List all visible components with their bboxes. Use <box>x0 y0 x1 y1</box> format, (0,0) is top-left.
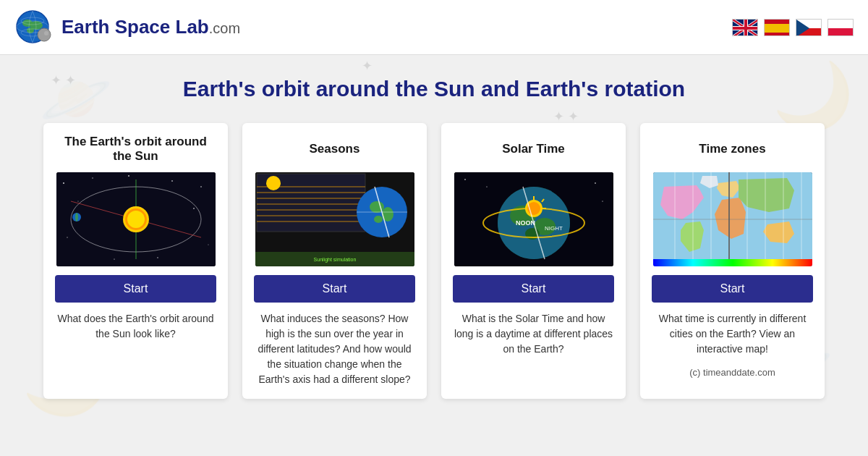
solar-illustration: NOON NIGHT <box>454 172 613 266</box>
svg-point-60 <box>595 182 596 184</box>
orbit-illustration <box>56 172 216 266</box>
card-seasons-description: What induces the seasons? How high is th… <box>254 311 415 387</box>
svg-point-7 <box>38 28 51 41</box>
svg-point-23 <box>171 180 173 182</box>
svg-point-54 <box>266 176 281 190</box>
svg-point-21 <box>92 177 93 179</box>
svg-point-24 <box>200 186 202 187</box>
page-title: Earth's orbit around the Sun and Earth's… <box>29 77 839 101</box>
svg-rect-13 <box>765 34 790 36</box>
svg-point-22 <box>128 175 129 177</box>
header: Earth Space Lab.com <box>0 0 868 55</box>
flag-gb[interactable] <box>732 19 758 36</box>
main-content: Earth's orbit around the Sun and Earth's… <box>0 55 868 421</box>
card-solar: Solar Time <box>441 123 626 399</box>
svg-point-61 <box>602 200 603 201</box>
logo-text: Earth Space Lab.com <box>61 16 240 38</box>
logo-area: Earth Space Lab.com <box>14 7 240 47</box>
flag-pl[interactable] <box>827 19 854 36</box>
svg-rect-18 <box>828 28 854 36</box>
svg-point-25 <box>77 200 78 201</box>
svg-point-8 <box>44 31 48 35</box>
card-orbit-title: The Earth's orbit around the Sun <box>55 135 216 164</box>
svg-text:Sunlight simulation: Sunlight simulation <box>313 257 356 263</box>
flags-container <box>732 19 854 36</box>
svg-point-29 <box>114 258 114 259</box>
card-orbit-image <box>56 172 216 266</box>
flag-cz[interactable] <box>796 19 822 36</box>
svg-point-59 <box>486 186 487 187</box>
card-solar-description: What is the Solar Time and how long is a… <box>453 311 614 357</box>
logo-globe-icon <box>14 7 54 47</box>
svg-rect-17 <box>828 20 854 28</box>
svg-point-58 <box>464 179 466 180</box>
card-seasons-image: Sunlight simulation <box>255 172 414 266</box>
svg-point-51 <box>374 216 383 223</box>
svg-point-38 <box>75 213 78 221</box>
card-solar-title: Solar Time <box>502 135 565 164</box>
card-orbit-start-button[interactable]: Start <box>55 275 216 303</box>
svg-text:NIGHT: NIGHT <box>545 225 563 232</box>
card-timezones-credit: (c) timeanddate.com <box>689 366 775 380</box>
cards-container: The Earth's orbit around the Sun <box>29 123 839 399</box>
svg-rect-95 <box>653 259 812 266</box>
svg-point-30 <box>157 257 158 258</box>
card-orbit-description: What does the Earth's orbit around the S… <box>55 311 216 342</box>
card-timezones-title: Time zones <box>699 135 765 164</box>
card-seasons: Seasons <box>242 123 427 399</box>
timezones-illustration <box>653 172 812 266</box>
card-seasons-start-button[interactable]: Start <box>254 275 415 303</box>
card-seasons-title: Seasons <box>310 135 360 164</box>
card-timezones-start-button[interactable]: Start <box>652 275 813 303</box>
svg-rect-11 <box>765 24 790 33</box>
svg-rect-12 <box>765 20 790 22</box>
seasons-illustration: Sunlight simulation <box>255 172 414 266</box>
card-timezones-description: What time is currently in different citi… <box>652 311 813 357</box>
card-orbit: The Earth's orbit around the Sun <box>43 123 228 399</box>
card-timezones-image <box>653 172 812 266</box>
card-solar-start-button[interactable]: Start <box>453 275 614 303</box>
flag-es[interactable] <box>764 19 790 36</box>
svg-point-36 <box>127 211 145 228</box>
svg-point-28 <box>67 237 68 238</box>
svg-point-27 <box>208 244 208 245</box>
svg-text:NOON: NOON <box>516 219 535 227</box>
card-timezones: Time zones <box>640 123 825 399</box>
card-solar-image: NOON NIGHT <box>454 172 613 266</box>
svg-point-26 <box>193 208 195 209</box>
svg-point-20 <box>63 182 64 184</box>
